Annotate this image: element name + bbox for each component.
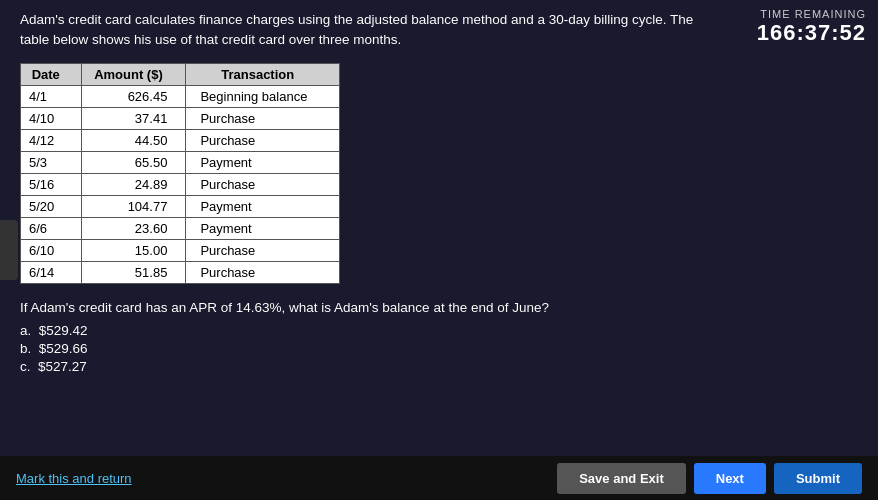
- cell-date: 4/12: [21, 129, 82, 151]
- cell-transaction: Purchase: [186, 173, 340, 195]
- button-group: Save and Exit Next Submit: [557, 463, 862, 494]
- content-area: Adam's credit card calculates finance ch…: [20, 10, 858, 377]
- cell-transaction: Purchase: [186, 107, 340, 129]
- cell-transaction: Payment: [186, 217, 340, 239]
- table-row: 4/1626.45Beginning balance: [21, 85, 340, 107]
- answer-c[interactable]: c. $527.27: [20, 359, 858, 374]
- col-header-amount: Amount ($): [81, 63, 186, 85]
- cell-date: 4/1: [21, 85, 82, 107]
- cell-transaction: Payment: [186, 195, 340, 217]
- cell-amount: 65.50: [81, 151, 186, 173]
- cell-amount: 51.85: [81, 261, 186, 283]
- mark-link[interactable]: Mark this and return: [16, 471, 557, 486]
- cell-amount: 15.00: [81, 239, 186, 261]
- next-button[interactable]: Next: [694, 463, 766, 494]
- cell-transaction: Purchase: [186, 239, 340, 261]
- cell-transaction: Beginning balance: [186, 85, 340, 107]
- left-tab: [0, 220, 18, 280]
- table-wrapper: Date Amount ($) Transaction 4/1626.45Beg…: [20, 63, 340, 284]
- answer-options: a. $529.42 b. $529.66 c. $527.27: [20, 323, 858, 374]
- table-row: 5/365.50Payment: [21, 151, 340, 173]
- cell-date: 5/20: [21, 195, 82, 217]
- table-row: 5/20104.77Payment: [21, 195, 340, 217]
- data-table: Date Amount ($) Transaction 4/1626.45Beg…: [20, 63, 340, 284]
- table-row: 6/1451.85Purchase: [21, 261, 340, 283]
- answer-a[interactable]: a. $529.42: [20, 323, 858, 338]
- submit-button[interactable]: Submit: [774, 463, 862, 494]
- cell-date: 5/16: [21, 173, 82, 195]
- cell-amount: 24.89: [81, 173, 186, 195]
- cell-amount: 626.45: [81, 85, 186, 107]
- table-row: 5/1624.89Purchase: [21, 173, 340, 195]
- cell-amount: 104.77: [81, 195, 186, 217]
- save-button[interactable]: Save and Exit: [557, 463, 686, 494]
- table-row: 4/1037.41Purchase: [21, 107, 340, 129]
- cell-date: 6/6: [21, 217, 82, 239]
- col-header-date: Date: [21, 63, 82, 85]
- cell-amount: 37.41: [81, 107, 186, 129]
- cell-date: 4/10: [21, 107, 82, 129]
- table-row: 6/1015.00Purchase: [21, 239, 340, 261]
- cell-date: 6/14: [21, 261, 82, 283]
- question-text: Adam's credit card calculates finance ch…: [20, 10, 700, 51]
- bottom-bar: Mark this and return Save and Exit Next …: [0, 456, 878, 500]
- table-row: 4/1244.50Purchase: [21, 129, 340, 151]
- cell-date: 5/3: [21, 151, 82, 173]
- answer-b[interactable]: b. $529.66: [20, 341, 858, 356]
- cell-transaction: Purchase: [186, 129, 340, 151]
- cell-transaction: Purchase: [186, 261, 340, 283]
- cell-date: 6/10: [21, 239, 82, 261]
- cell-transaction: Payment: [186, 151, 340, 173]
- col-header-transaction: Transaction: [186, 63, 340, 85]
- cell-amount: 44.50: [81, 129, 186, 151]
- sub-question: If Adam's credit card has an APR of 14.6…: [20, 300, 700, 315]
- cell-amount: 23.60: [81, 217, 186, 239]
- table-row: 6/623.60Payment: [21, 217, 340, 239]
